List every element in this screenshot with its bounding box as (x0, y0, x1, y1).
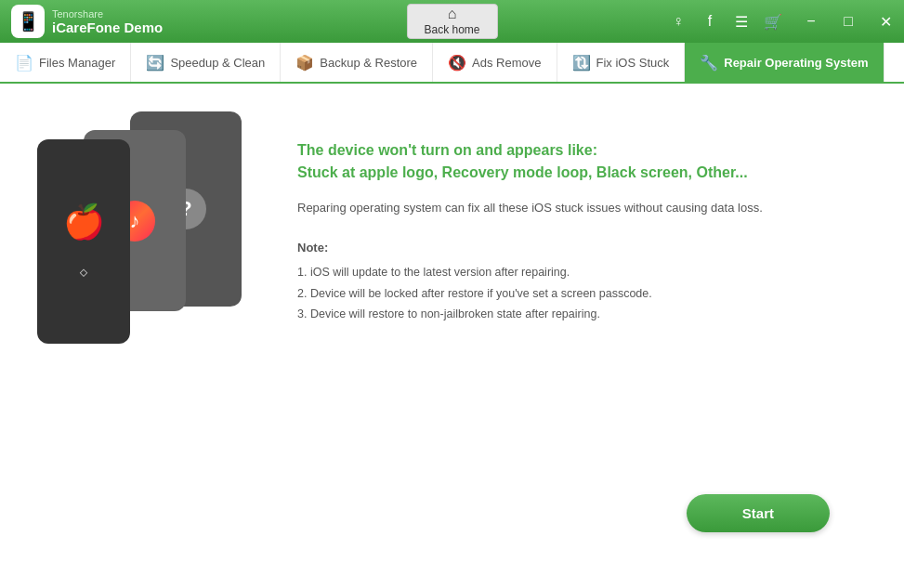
content-area: The device won't turn on and appears lik… (279, 139, 867, 324)
menu-icon-button[interactable]: ☰ (727, 7, 756, 36)
note-item-1: 1. iOS will update to the latest version… (297, 262, 867, 283)
app-name-area: Tenorshare iCareFone Demo (52, 8, 163, 35)
logo-area: 📱 Tenorshare iCareFone Demo (0, 5, 163, 38)
start-button-wrapper: Start (687, 494, 830, 532)
tab-files-manager-label: Files Manager (39, 56, 115, 70)
files-manager-icon: 📄 (15, 54, 33, 72)
title-icons: ♀ f ☰ 🛒 (663, 0, 788, 43)
tab-files-manager[interactable]: 📄 Files Manager (0, 43, 131, 82)
company-name: Tenorshare (52, 8, 163, 20)
navbar: 📄 Files Manager 🔄 Speedup & Clean 📦 Back… (0, 43, 904, 84)
inner-main: ? ♪ 🍎 ⬦ The device won't turn on and app… (0, 84, 904, 372)
tab-backup-restore-label: Backup & Restore (320, 56, 417, 70)
main-wrapper: ? ♪ 🍎 ⬦ The device won't turn on and app… (0, 84, 904, 588)
app-name: iCareFone Demo (52, 20, 163, 35)
back-home-label: Back home (424, 23, 479, 36)
close-button[interactable]: ✕ (867, 0, 904, 43)
note-label: Note: (297, 241, 867, 255)
tab-repair-os-label: Repair Operating System (724, 56, 868, 70)
facebook-icon-button[interactable]: f (695, 7, 725, 36)
tab-repair-os[interactable]: 🔧 Repair Operating System (685, 43, 884, 82)
speedup-clean-icon: 🔄 (146, 54, 164, 72)
device-card-front: 🍎 ⬦ (37, 139, 130, 344)
ads-remove-icon: 🔇 (448, 54, 466, 72)
back-home-button[interactable]: ⌂ Back home (406, 4, 497, 39)
fix-ios-stuck-icon: 🔃 (572, 54, 591, 72)
window-controls: − □ ✕ (793, 0, 904, 43)
tab-speedup-clean-label: Speedup & Clean (170, 56, 265, 70)
description: Reparing operating system can fix all th… (297, 199, 867, 218)
tab-fix-ios-stuck-label: Fix iOS Stuck (596, 56, 670, 70)
note-item-2: 2. Device will be locked after restore i… (297, 283, 867, 305)
tab-ads-remove-label: Ads Remove (472, 56, 541, 70)
tab-speedup-clean[interactable]: 🔄 Speedup & Clean (131, 43, 281, 82)
person-icon-button[interactable]: ♀ (663, 7, 693, 36)
titlebar: 📱 Tenorshare iCareFone Demo ⌂ Back home … (0, 0, 904, 43)
headline: The device won't turn on and appears lik… (297, 139, 867, 184)
backup-restore-icon: 📦 (295, 54, 314, 72)
maximize-button[interactable]: □ (830, 0, 867, 43)
tab-fix-ios-stuck[interactable]: 🔃 Fix iOS Stuck (557, 43, 686, 82)
device-illustration: ? ♪ 🍎 ⬦ (37, 111, 242, 353)
minimize-button[interactable]: − (793, 0, 830, 43)
tab-backup-restore[interactable]: 📦 Backup & Restore (281, 43, 433, 82)
repair-os-icon: 🔧 (700, 54, 718, 72)
back-home-icon: ⌂ (448, 6, 457, 22)
cart-icon-button[interactable]: 🛒 (758, 7, 788, 36)
start-button[interactable]: Start (687, 494, 830, 532)
note-section: Note: 1. iOS will update to the latest v… (297, 241, 867, 325)
tab-ads-remove[interactable]: 🔇 Ads Remove (433, 43, 557, 82)
headline-line1: The device won't turn on and appears lik… (297, 142, 597, 158)
headline-line2: Stuck at apple logo, Recovery mode loop,… (297, 164, 748, 180)
cable-icon: ⬦ (78, 260, 89, 281)
note-item-3: 3. Device will restore to non-jailbroken… (297, 304, 867, 325)
app-logo-icon: 📱 (11, 5, 45, 38)
apple-logo-icon: 🍎 (63, 203, 105, 242)
